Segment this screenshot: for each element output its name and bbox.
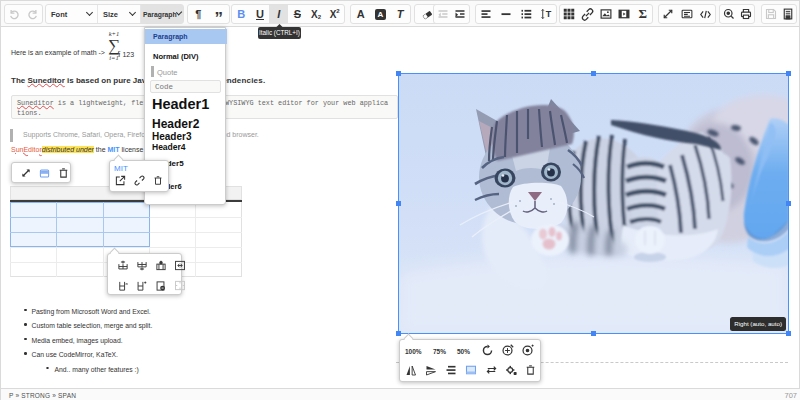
- svg-text:T: T: [545, 9, 551, 19]
